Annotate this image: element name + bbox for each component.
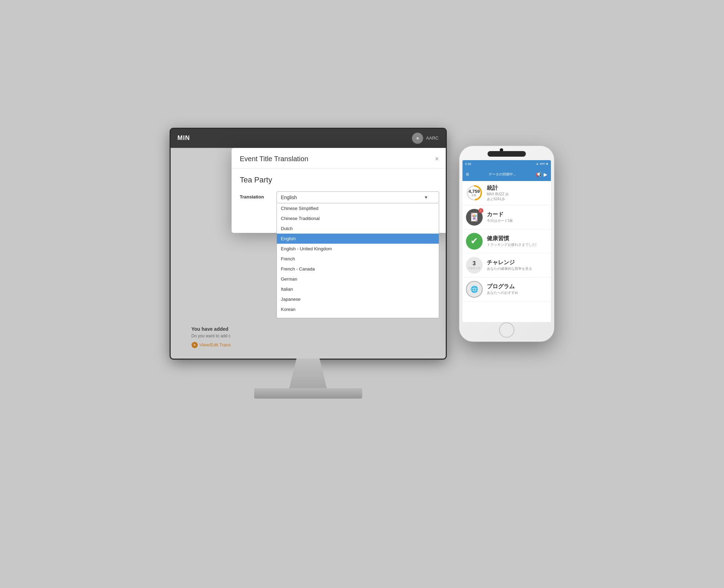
language-option-dutch[interactable]: Dutch (277, 224, 439, 234)
modal-title: Event Title Translation (240, 155, 309, 163)
phone-screen: 0:36 ▲ WiFi ■ ≡ データの同期中... 📢 ▶ (462, 160, 551, 322)
signal-icon: ▲ (536, 162, 539, 165)
phone-item-title-stats: 統計 (487, 185, 547, 192)
phone-item-sub-card: 今日はカード1枚 (487, 218, 547, 223)
phone-item-sub-program: あなたへのおすすめ (487, 290, 547, 295)
select-arrow-icon: ▼ (424, 195, 428, 200)
challenge-icon: 3 アクティブ (466, 257, 483, 274)
modal-body: Tea Party Translation English ▼ (232, 168, 446, 233)
language-select-display[interactable]: English ▼ (277, 191, 439, 203)
phone-list-item-health[interactable]: ✔ 健康習慣 トラッキングお疲れさまでした! (462, 229, 551, 253)
language-option-malay[interactable]: Malay (277, 314, 439, 318)
language-option-french-canada[interactable]: French - Canada (277, 264, 439, 274)
language-option-chinese-traditional[interactable]: Chinese Traditional (277, 213, 439, 224)
phone-item-title-program: プログラム (487, 283, 547, 290)
phone-speaker (488, 151, 526, 157)
phone-item-sub-challenge: あなたの健康的な競争を見る (487, 266, 547, 271)
modal-header: Event Title Translation × (232, 148, 446, 168)
phone-list-item-stats[interactable]: 4,759 歩数 統計 MAX BUZZ 歩あと5241歩 (462, 181, 551, 205)
phone-list-item-card[interactable]: 🃏1 カード 今日はカード1枚 (462, 205, 551, 229)
monitor-stand-neck (289, 359, 327, 390)
phone-nav-bar: ≡ データの同期中... 📢 ▶ (462, 168, 551, 181)
wifi-icon: WiFi (540, 162, 545, 165)
phone-shell: 0:36 ▲ WiFi ■ ≡ データの同期中... 📢 ▶ (460, 146, 554, 341)
phone-status-bar: 0:36 ▲ WiFi ■ (462, 160, 551, 168)
language-option-italian[interactable]: Italian (277, 284, 439, 294)
language-option-french[interactable]: French (277, 254, 439, 264)
speaker-icon[interactable]: 📢 (536, 172, 542, 177)
language-option-english[interactable]: English (277, 234, 439, 244)
phone-item-title-challenge: チャレンジ (487, 259, 547, 266)
phone-item-text-health: 健康習慣 トラッキングお疲れさまでした! (487, 235, 547, 247)
health-icon: ✔ (466, 233, 483, 250)
hamburger-icon[interactable]: ≡ (466, 171, 469, 178)
admin-avatar: ● (412, 133, 423, 144)
phone-home-button[interactable] (499, 322, 514, 338)
language-option-korean[interactable]: Korean (277, 304, 439, 314)
translation-modal: Event Title Translation × Tea Party Tran… (232, 148, 446, 233)
phone-item-text-card: カード 今日はカード1枚 (487, 211, 547, 223)
translation-field-label: Translation (240, 191, 271, 199)
phone-item-sub-health: トラッキングお疲れさまでした! (487, 242, 547, 247)
translation-row: Translation English ▼ Chinese Simplif (240, 191, 439, 221)
monitor-stand-base (254, 388, 362, 399)
phone-item-text-challenge: チャレンジ あなたの健康的な競争を見る (487, 259, 547, 271)
admin-bar: MIN ● AARC (171, 129, 446, 148)
admin-user-area: ● AARC (412, 133, 438, 144)
event-name: Tea Party (240, 175, 439, 185)
stats-circle: 4,759 歩数 (466, 185, 483, 201)
phone-status-icons: ▲ WiFi ■ (536, 162, 548, 165)
language-dropdown[interactable]: Chinese SimplifiedChinese TraditionalDut… (277, 203, 439, 318)
card-icon: 🃏1 (466, 209, 483, 226)
phone: 0:36 ▲ WiFi ■ ≡ データの同期中... 📢 ▶ (460, 146, 554, 341)
language-option-japanese[interactable]: Japanese (277, 294, 439, 304)
modal-close-button[interactable]: × (435, 155, 439, 163)
phone-item-title-card: カード (487, 211, 547, 218)
monitor: MIN ● AARC 678 Publish You have added Do… (171, 129, 456, 414)
phone-list-item-program[interactable]: 🌐 プログラム あなたへのおすすめ (462, 277, 551, 301)
phone-nav-title: データの同期中... (472, 172, 533, 177)
monitor-screen: MIN ● AARC 678 Publish You have added Do… (171, 129, 446, 359)
language-option-chinese-simplified[interactable]: Chinese Simplified (277, 203, 439, 213)
language-option-german[interactable]: German (277, 274, 439, 284)
admin-logo: MIN (178, 134, 190, 142)
phone-time: 0:36 (465, 162, 536, 166)
card-badge: 1 (478, 208, 483, 213)
admin-username: AARC (426, 135, 438, 141)
phone-item-title-health: 健康習慣 (487, 235, 547, 242)
program-icon: 🌐 (466, 281, 483, 298)
phone-item-text-stats: 統計 MAX BUZZ 歩あと5241歩 (487, 185, 547, 202)
play-icon[interactable]: ▶ (544, 172, 547, 177)
phone-nav-icons: 📢 ▶ (536, 172, 547, 177)
selected-language-label: English (281, 195, 297, 200)
language-option-english-uk[interactable]: English - United Kingdom (277, 244, 439, 254)
battery-icon: ■ (546, 162, 548, 165)
phone-item-text-program: プログラム あなたへのおすすめ (487, 283, 547, 295)
phone-list: 4,759 歩数 統計 MAX BUZZ 歩あと5241歩 🃏1 カード 今日は… (462, 181, 551, 301)
phone-list-item-challenge[interactable]: 3 アクティブ チャレンジ あなたの健康的な競争を見る (462, 253, 551, 277)
language-select-container: English ▼ Chinese SimplifiedChinese Trad… (277, 191, 439, 203)
translation-right: English ▼ Chinese SimplifiedChinese Trad… (277, 191, 439, 221)
phone-item-sub-stats: MAX BUZZ 歩あと5241歩 (487, 192, 547, 202)
